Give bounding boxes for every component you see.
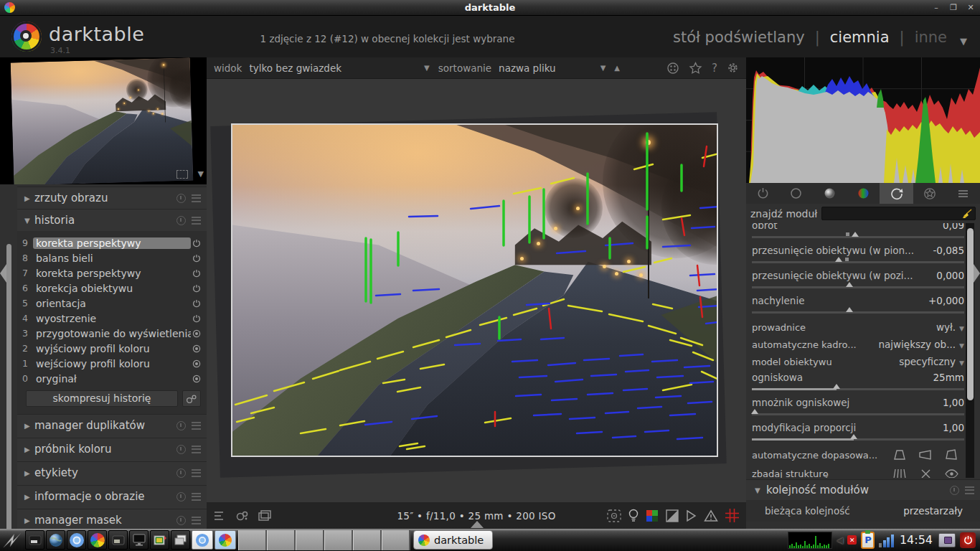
- tray-collapse-icon[interactable]: ◀: [837, 535, 843, 545]
- taskbar-darktable-button[interactable]: darktable: [413, 530, 493, 550]
- param-lens-shift-h[interactable]: przesunięcie obiektywu (w pozi...0,000: [752, 268, 964, 288]
- fit-both-icon[interactable]: [938, 449, 964, 461]
- power-icon[interactable]: [191, 239, 202, 248]
- start-menu-button[interactable]: [0, 529, 24, 550]
- launcher-chromium[interactable]: [67, 530, 86, 550]
- tab-correct[interactable]: [880, 183, 913, 204]
- launcher-display[interactable]: [129, 530, 149, 550]
- launcher-terminal[interactable]: [25, 530, 44, 550]
- workspace-4[interactable]: [324, 530, 353, 550]
- right-panel-collapse-icon[interactable]: [974, 264, 980, 283]
- reset-icon[interactable]: [176, 216, 186, 225]
- restore-button[interactable]: ❐: [948, 3, 958, 12]
- param-shear[interactable]: nachylenie+0,000: [752, 293, 964, 314]
- lock-screen-icon[interactable]: [938, 533, 956, 547]
- focal-length-slider[interactable]: [752, 388, 964, 390]
- param-focal-length[interactable]: ogniskowa25mm: [752, 370, 964, 390]
- grouping-icon[interactable]: [666, 62, 679, 75]
- lens-shift-v-slider[interactable]: [752, 261, 964, 263]
- launcher-image-viewer[interactable]: [150, 530, 169, 550]
- section-duplicate-manager-header[interactable]: ▶ manager duplikatów: [17, 415, 207, 436]
- history-item[interactable]: 2wyjściowy profil koloru: [17, 341, 207, 356]
- structure-lines-icon[interactable]: [887, 468, 913, 479]
- tray-close-icon[interactable]: ✕: [847, 535, 857, 545]
- param-guides[interactable]: prowadnice wył.▼: [752, 319, 964, 336]
- section-snapshots-header[interactable]: ▶ zrzuty obrazu: [17, 187, 207, 209]
- presets-icon[interactable]: [192, 217, 201, 225]
- tab-presets-menu[interactable]: [946, 183, 980, 204]
- fit-vertical-icon[interactable]: [887, 449, 913, 461]
- section-history-header[interactable]: ▼ historia: [17, 209, 207, 231]
- gamut-check-icon[interactable]: [704, 509, 718, 522]
- presets-icon[interactable]: [965, 486, 974, 494]
- section-color-picker-header[interactable]: ▶ próbnik koloru: [17, 438, 207, 460]
- workspace-1[interactable]: [238, 530, 267, 550]
- launcher-windows[interactable]: [171, 530, 190, 550]
- history-item[interactable]: 5orientacja: [17, 296, 207, 311]
- reset-icon[interactable]: [176, 445, 186, 454]
- compress-history-button[interactable]: skompresuj historię: [26, 390, 178, 407]
- views-dropdown-icon[interactable]: ▼: [960, 36, 967, 47]
- iso12646-icon[interactable]: [607, 509, 621, 522]
- history-item[interactable]: 3przygotowanie do wyświetlenia: [17, 326, 207, 341]
- rotation-slider[interactable]: [752, 236, 964, 238]
- softproof-icon[interactable]: [686, 509, 697, 522]
- close-button[interactable]: ✕: [966, 3, 976, 12]
- minimize-button[interactable]: –: [931, 3, 941, 12]
- power-icon[interactable]: [191, 269, 202, 278]
- section-image-info-header[interactable]: ▶ informacje o obrazie: [17, 486, 207, 507]
- presets-icon[interactable]: [192, 446, 201, 453]
- sort-ascending-icon[interactable]: ▲: [614, 64, 620, 72]
- workspace-3[interactable]: [296, 530, 324, 550]
- tab-effects[interactable]: [913, 183, 947, 204]
- section-tags-header[interactable]: ▶ etykiety: [17, 462, 207, 484]
- presets-icon[interactable]: [192, 194, 201, 202]
- history-item[interactable]: 7korekta perspektywy: [17, 265, 207, 281]
- thumbnail-collapse-icon[interactable]: ▼: [198, 169, 204, 179]
- left-panel-collapse-icon[interactable]: [0, 264, 6, 283]
- power-icon[interactable]: [191, 254, 202, 263]
- network-signal-icon[interactable]: [879, 533, 894, 547]
- crop-factor-slider[interactable]: [752, 413, 964, 415]
- clear-search-broom-icon[interactable]: [961, 209, 973, 219]
- power-icon[interactable]: [191, 284, 202, 293]
- raw-overexposure-icon[interactable]: [646, 509, 659, 522]
- clipboard-manager-icon[interactable]: P: [861, 532, 875, 549]
- view-darkroom[interactable]: ciemnia: [830, 29, 890, 46]
- history-item[interactable]: 1wejściowy profil koloru: [17, 356, 207, 371]
- launcher-files[interactable]: [108, 530, 128, 550]
- clear-structure-icon[interactable]: [913, 468, 938, 479]
- view-other[interactable]: inne: [915, 29, 947, 46]
- gear-icon[interactable]: [727, 62, 739, 74]
- history-item[interactable]: 0oryginał: [17, 371, 207, 386]
- task-icon-darktable[interactable]: [215, 530, 236, 550]
- tab-color[interactable]: [847, 183, 880, 204]
- workspace-2[interactable]: [267, 530, 296, 550]
- launcher-browser-globe[interactable]: [46, 530, 65, 550]
- module-order-row[interactable]: bieżąca kolejność przestarzały: [746, 500, 980, 522]
- lamp-icon[interactable]: [628, 509, 639, 522]
- workspace-6[interactable]: [382, 530, 410, 550]
- power-icon[interactable]: [191, 299, 202, 308]
- power-button-icon[interactable]: [960, 532, 976, 548]
- reset-icon[interactable]: [176, 516, 186, 525]
- star-overlay-icon[interactable]: [689, 62, 702, 75]
- view-lighttable[interactable]: stół podświetlany: [673, 29, 805, 46]
- create-duplicate-button[interactable]: [182, 390, 201, 407]
- darkroom-canvas[interactable]: [207, 79, 746, 502]
- workspace-5[interactable]: [353, 530, 382, 550]
- help-icon[interactable]: ?: [712, 62, 717, 75]
- guides-icon[interactable]: [725, 509, 739, 522]
- filmstrip-expander-icon[interactable]: [471, 521, 484, 528]
- sort-value[interactable]: nazwa pliku: [499, 62, 556, 74]
- presets-icon[interactable]: [192, 469, 201, 477]
- reset-icon[interactable]: [176, 468, 186, 478]
- param-aspect-adjust[interactable]: modyfikacja proporcji1,00: [752, 420, 964, 441]
- tab-tone[interactable]: [813, 183, 847, 204]
- history-item[interactable]: 6korekcja obiektywu: [17, 281, 207, 296]
- history-item[interactable]: 9korekta perspektywy: [17, 235, 207, 250]
- show-structure-eye-icon[interactable]: [938, 469, 964, 479]
- presets-icon[interactable]: [192, 493, 201, 501]
- tab-active-modules-power[interactable]: [746, 183, 780, 204]
- section-mask-manager-header[interactable]: ▶ manager masek: [17, 509, 207, 531]
